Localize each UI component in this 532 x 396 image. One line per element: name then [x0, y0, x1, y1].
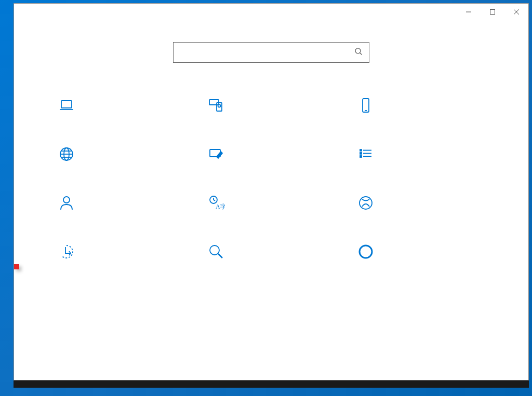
maximize-button[interactable]	[481, 4, 504, 20]
svg-rect-6	[61, 101, 72, 108]
categories-grid: A字	[22, 93, 521, 264]
svg-rect-1	[490, 10, 495, 15]
category-apps[interactable]	[352, 142, 489, 167]
titlebar	[14, 4, 528, 20]
category-gaming[interactable]	[352, 190, 489, 215]
svg-point-10	[218, 105, 221, 107]
time-language-icon: A字	[207, 194, 225, 212]
globe-icon	[57, 145, 76, 163]
xbox-icon	[356, 194, 375, 212]
svg-point-33	[360, 245, 372, 258]
category-devices[interactable]	[203, 93, 340, 118]
svg-line-28	[214, 200, 215, 201]
svg-point-4	[355, 48, 361, 53]
svg-line-32	[218, 254, 222, 258]
svg-text:A字: A字	[216, 203, 225, 210]
apps-icon	[356, 145, 375, 163]
search-box[interactable]	[173, 42, 369, 63]
svg-line-5	[360, 53, 362, 55]
svg-rect-21	[360, 156, 362, 157]
search-input[interactable]	[180, 48, 354, 57]
svg-rect-19	[360, 149, 362, 151]
content-area[interactable]: A字	[14, 20, 528, 380]
svg-point-25	[63, 197, 70, 203]
maximize-icon	[489, 9, 496, 15]
category-personalisation[interactable]	[203, 142, 340, 167]
devices-icon	[207, 96, 225, 115]
search-container	[14, 42, 528, 63]
svg-rect-20	[360, 153, 362, 154]
svg-rect-8	[209, 100, 219, 105]
search-icon	[354, 47, 363, 58]
person-icon	[57, 194, 76, 212]
category-ease-of-access[interactable]	[53, 239, 190, 264]
paintbrush-icon	[207, 145, 225, 163]
category-search[interactable]	[203, 239, 340, 264]
category-phone[interactable]	[352, 93, 489, 118]
category-network[interactable]	[53, 142, 190, 167]
minimize-button[interactable]	[457, 4, 481, 20]
taskbar[interactable]	[14, 380, 529, 388]
settings-window: A字	[14, 3, 529, 380]
cortana-icon	[356, 242, 375, 261]
category-time-language[interactable]: A字	[203, 190, 340, 215]
close-button[interactable]	[504, 4, 528, 20]
accessibility-icon	[57, 242, 76, 261]
category-system[interactable]	[53, 93, 190, 118]
minimize-icon	[466, 9, 472, 15]
close-icon	[513, 9, 520, 15]
svg-point-31	[210, 245, 219, 255]
laptop-icon	[57, 96, 76, 115]
highlight-annotation	[14, 264, 19, 269]
svg-point-30	[360, 197, 372, 209]
phone-icon	[356, 96, 375, 115]
category-accounts[interactable]	[53, 190, 190, 215]
window-controls	[457, 4, 528, 20]
category-cortana[interactable]	[352, 239, 489, 264]
magnifier-icon	[207, 242, 225, 261]
